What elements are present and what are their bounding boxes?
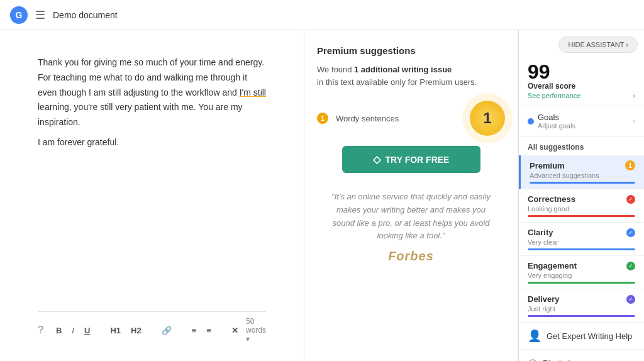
menu-icon[interactable]: ☰ <box>35 8 45 22</box>
h1-button[interactable]: H1 <box>108 325 123 336</box>
h2-button[interactable]: H2 <box>128 325 144 336</box>
hide-assistant-button[interactable]: HIDE ASSISTANT › <box>558 36 638 53</box>
clarity-progress-bar <box>528 248 635 250</box>
correctness-sub: Looking good <box>528 205 635 213</box>
engagement-progress-bar <box>528 282 635 284</box>
correctness-progress-container <box>528 215 635 217</box>
suggestion-row-engagement[interactable]: Engagement ✓ Very engaging <box>519 256 644 289</box>
all-suggestions-label: All suggestions <box>519 136 644 155</box>
engagement-sub: Very engaging <box>528 272 635 279</box>
writing-help-label: Get Expert Writing Help <box>547 331 632 341</box>
help-icon[interactable]: ? <box>38 325 43 336</box>
topbar: G ☰ Demo document <box>0 0 644 30</box>
see-performance-link[interactable]: See performance › <box>528 92 635 99</box>
editor-toolbar: ? B I U H1 H2 🔗 ≡ ≡ ✕ 50 words ▾ <box>38 311 266 348</box>
ordered-list-button[interactable]: ≡ <box>189 325 199 336</box>
writing-help-icon: 👤 <box>528 329 541 343</box>
found-prefix: We found <box>317 65 354 74</box>
suggestion-row-clarity[interactable]: Clarity ✓ Very clear <box>519 223 644 256</box>
link-button[interactable]: 🔗 <box>159 325 174 336</box>
document-title: Demo document <box>53 10 118 20</box>
suggestion-row-engagement-header: Engagement ✓ <box>528 261 635 270</box>
score-section: 99 Overall score See performance › <box>519 57 644 106</box>
overall-score-number: 99 <box>528 62 635 82</box>
goals-section[interactable]: Goals Adjust goals › <box>519 106 644 136</box>
unordered-list-button[interactable]: ≡ <box>204 325 214 336</box>
quote-text: "It's an online service that quickly and… <box>330 191 492 243</box>
engagement-status-icon: ✓ <box>626 262 635 270</box>
goals-dot <box>528 118 534 125</box>
clarity-status-icon: ✓ <box>626 228 635 237</box>
plagiarism-label: Plagiarism <box>543 358 581 362</box>
italic-button[interactable]: I <box>69 325 77 336</box>
goals-sub: Adjust goals <box>538 122 575 130</box>
grammarly-logo: G <box>10 6 28 24</box>
premium-sub: Advanced suggestions <box>530 172 635 179</box>
main-layout: Thank you for giving me so much of your … <box>0 30 644 361</box>
clarity-sub: Very clear <box>528 238 635 246</box>
found-bold: 1 additional writing issue <box>354 65 452 74</box>
suggestion-row-clarity-header: Clarity ✓ <box>528 228 635 237</box>
editor-panel: Thank you for giving me so much of your … <box>0 30 304 361</box>
suggestion-item-row: 1 Wordy sentences 1 <box>317 101 505 136</box>
goals-chevron-icon: › <box>633 117 635 126</box>
wordy-sentences-label: Wordy sentences <box>336 114 399 123</box>
correctness-status-icon: ✓ <box>626 195 635 204</box>
quote-block: "It's an online service that quickly and… <box>317 191 505 264</box>
delivery-progress-container <box>528 315 635 317</box>
premium-progress-container <box>530 182 635 184</box>
delivery-title: Delivery <box>528 294 560 304</box>
premium-title: Premium <box>530 161 565 170</box>
plagiarism-row[interactable]: ◎ Plagiarism <box>519 350 644 361</box>
delivery-status-icon: ✓ <box>626 295 635 304</box>
suggestions-title: Premium suggestions <box>317 45 505 56</box>
delivery-sub: Just right <box>528 305 635 313</box>
score-panel: HIDE ASSISTANT › 99 Overall score See pe… <box>518 30 644 361</box>
underline-button[interactable]: U <box>82 325 92 336</box>
goals-left: Goals Adjust goals <box>528 113 575 130</box>
found-text: We found 1 additional writing issue in t… <box>317 64 505 88</box>
clear-format-button[interactable]: ✕ <box>229 325 241 336</box>
engagement-progress-container <box>528 282 635 284</box>
editor-paragraph-1[interactable]: Thank you for giving me so much of your … <box>38 55 266 130</box>
suggestion-row-correctness[interactable]: Correctness ✓ Looking good <box>519 189 644 223</box>
suggestions-panel: Premium suggestions We found 1 additiona… <box>304 30 518 361</box>
word-count[interactable]: 50 words ▾ <box>246 317 266 343</box>
correctness-title: Correctness <box>528 194 575 204</box>
plagiarism-icon: ◎ <box>528 356 538 361</box>
writing-help-row[interactable]: 👤 Get Expert Writing Help <box>519 323 644 350</box>
forbes-logo: Forbes <box>330 249 492 264</box>
overall-score-label: Overall score <box>528 82 635 91</box>
try-btn-label: TRY FOR FREE <box>386 155 450 165</box>
editor-paragraph-2[interactable]: I am forever grateful. <box>38 135 266 150</box>
suggestion-row-premium-header: Premium 1 <box>530 160 635 170</box>
hide-assistant-label: HIDE ASSISTANT › <box>568 41 628 48</box>
diamond-icon: ◇ <box>373 153 380 165</box>
suggestion-badge: 1 <box>317 113 328 124</box>
clarity-progress-container <box>528 248 635 250</box>
premium-badge: 1 <box>625 160 635 170</box>
suggestion-row-delivery[interactable]: Delivery ✓ Just right <box>519 289 644 323</box>
try-for-free-button[interactable]: ◇ TRY FOR FREE <box>342 146 480 173</box>
goals-text-container: Goals Adjust goals <box>538 113 575 130</box>
delivery-progress-bar <box>528 315 635 317</box>
found-suffix: in this text available only for Premium … <box>317 77 477 87</box>
premium-progress-bar <box>530 182 635 184</box>
clarity-title: Clarity <box>528 228 553 237</box>
suggestion-row-delivery-header: Delivery ✓ <box>528 294 635 304</box>
goals-label: Goals <box>538 113 575 122</box>
issue-count-circle: 1 <box>470 101 505 136</box>
chevron-right-icon: › <box>633 92 635 99</box>
suggestion-row-premium[interactable]: Premium 1 Advanced suggestions <box>519 155 644 189</box>
engagement-title: Engagement <box>528 261 577 270</box>
editor-content[interactable]: Thank you for giving me so much of your … <box>38 55 266 311</box>
suggestion-row-correctness-header: Correctness ✓ <box>528 194 635 204</box>
correctness-progress-bar <box>528 215 635 217</box>
underlined-phrase: I'm still <box>240 87 266 97</box>
bold-button[interactable]: B <box>53 325 64 336</box>
